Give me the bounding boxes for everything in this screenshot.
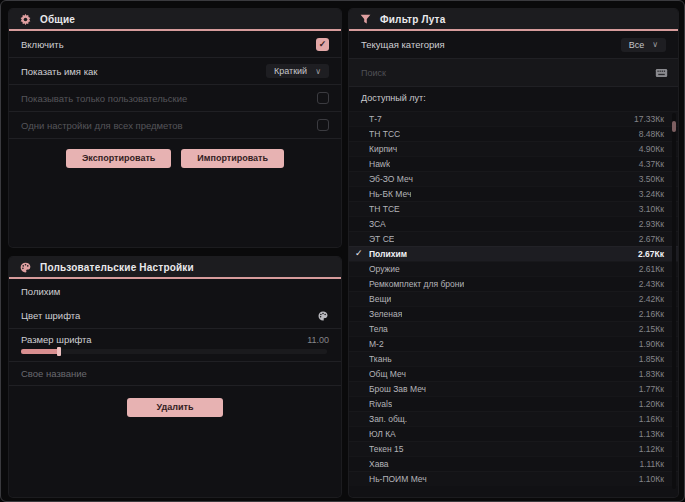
loot-item-name: Полихим xyxy=(369,249,407,259)
loot-item-value: 1.20Кк xyxy=(639,399,664,409)
loot-item-name: ЗСА xyxy=(369,219,386,229)
loot-item-value: 1.83Кк xyxy=(639,369,664,379)
loot-list-item[interactable]: ✓Т-717.33Кк xyxy=(349,111,678,126)
loot-item-name: Зап. общ. xyxy=(369,414,407,424)
loot-list-item[interactable]: ✓Кирпич4.90Кк xyxy=(349,141,678,156)
loot-item-name: Вещи xyxy=(369,294,391,304)
loot-item-name: Зеленая xyxy=(369,309,402,319)
loot-list-item[interactable]: ✓Оружие2.61Кк xyxy=(349,261,678,276)
custom-only-checkbox[interactable] xyxy=(317,92,329,104)
slider-handle[interactable] xyxy=(57,347,61,356)
setting-enable-row: Включить ✓ xyxy=(9,31,341,58)
loot-list-item[interactable]: ✓Полихим2.67Кк xyxy=(349,246,678,261)
loot-list-item[interactable]: ✓ЭТ СЕ2.67Кк xyxy=(349,231,678,246)
font-size-label: Размер шрифта xyxy=(21,334,92,345)
loot-list-item[interactable]: ✓ЗСА2.93Кк xyxy=(349,216,678,231)
panel-user-settings-title: Пользовательские Настройки xyxy=(40,262,194,273)
loot-list-item[interactable]: ✓Общ Меч1.83Кк xyxy=(349,366,678,381)
panel-loot-filter-header: Фильтр Лута xyxy=(349,9,678,31)
loot-item-value: 1.77Кк xyxy=(639,384,664,394)
loot-item-value: 1.90Кк xyxy=(639,339,664,349)
loot-list-item[interactable]: ✓Нь-ПОИМ Меч1.10Кк xyxy=(349,471,678,486)
loot-list-item[interactable]: ✓ТН ТСС8.48Кк xyxy=(349,126,678,141)
loot-list-item[interactable]: ✓М-21.90Кк xyxy=(349,336,678,351)
loot-list-item[interactable]: ✓Hawk4.37Кк xyxy=(349,156,678,171)
color-palette-icon[interactable] xyxy=(316,309,329,322)
loot-list-item[interactable]: ✓Зеленая2.16Кк xyxy=(349,306,678,321)
loot-list-item[interactable]: ✓Нь-БК Меч3.24Кк xyxy=(349,186,678,201)
loot-item-name: Текен 15 xyxy=(369,444,404,454)
loot-list-item[interactable]: ✓Ремкомплект для брони2.43Кк xyxy=(349,276,678,291)
loot-list-item[interactable]: ✓ТН ТСЕ3.10Кк xyxy=(349,201,678,216)
loot-item-name: Hawk xyxy=(369,159,390,169)
font-size-value: 11.00 xyxy=(307,335,329,345)
setting-custom-only-row: Показывать только пользовательские xyxy=(9,85,341,112)
loot-item-name: Ремкомплект для брони xyxy=(369,279,464,289)
loot-list-heading: Доступный лут: xyxy=(349,87,678,107)
slider-fill xyxy=(21,349,59,354)
loot-item-name: М-2 xyxy=(369,339,384,349)
loot-item-name: Т-7 xyxy=(369,114,382,124)
loot-list-item[interactable]: ✓ЮЛ КА1.13Кк xyxy=(349,426,678,441)
loot-list-item[interactable]: ✓Эб-ЗО Меч3.50Кк xyxy=(349,171,678,186)
search-row xyxy=(349,59,678,87)
name-display-label: Показать имя как xyxy=(21,66,97,77)
loot-item-value: 1.13Кк xyxy=(639,429,664,439)
name-display-value: Краткий xyxy=(274,66,307,76)
loot-list-item[interactable]: ✓Хава1.11Кк xyxy=(349,456,678,471)
panel-user-settings-header: Пользовательские Настройки xyxy=(9,257,341,279)
loot-item-value: 2.67Кк xyxy=(639,234,664,244)
loot-list-item[interactable]: ✓Брош Зав Меч1.77Кк xyxy=(349,381,678,396)
loot-item-value: 2.61Кк xyxy=(639,264,664,274)
loot-item-name: ТН ТСЕ xyxy=(369,204,400,214)
loot-list-item[interactable]: ✓Тела2.15Кк xyxy=(349,321,678,336)
same-for-all-checkbox[interactable] xyxy=(317,119,329,131)
loot-item-value: 8.48Кк xyxy=(639,129,664,139)
search-input[interactable] xyxy=(359,67,647,79)
loot-item-value: 1.85Кк xyxy=(639,354,664,364)
loot-list-item[interactable]: ✓Вещи2.42Кк xyxy=(349,291,678,306)
palette-icon xyxy=(19,261,32,274)
import-button[interactable]: Импортировать xyxy=(181,149,284,168)
loot-item-value: 3.50Кк xyxy=(639,174,664,184)
custom-name-row xyxy=(9,362,341,386)
gear-icon xyxy=(19,13,32,26)
loot-list-item[interactable]: ✓Ткань1.85Кк xyxy=(349,351,678,366)
scrollbar-thumb[interactable] xyxy=(672,121,676,132)
loot-item-name: Хава xyxy=(369,459,389,469)
keyboard-icon[interactable] xyxy=(655,66,668,79)
category-label: Текущая категория xyxy=(361,39,445,50)
loot-item-name: Общ Меч xyxy=(369,369,406,379)
loot-list-item[interactable]: ✓Текен 151.12Кк xyxy=(349,441,678,456)
loot-item-value: 1.10Кк xyxy=(639,474,664,484)
enable-label: Включить xyxy=(21,39,64,50)
font-size-slider[interactable] xyxy=(21,349,327,354)
loot-item-name: Rivals xyxy=(369,399,392,409)
loot-list-scrollbar[interactable] xyxy=(672,113,676,489)
name-display-dropdown[interactable]: Краткий ∨ xyxy=(266,64,329,78)
category-value: Все xyxy=(629,40,645,50)
loot-item-name: Тела xyxy=(369,324,388,334)
loot-item-name: Брош Зав Меч xyxy=(369,384,426,394)
font-color-label: Цвет шрифта xyxy=(21,310,80,321)
setting-same-for-all-row: Одни настройки для всех предметов xyxy=(9,112,341,139)
loot-item-name: ТН ТСС xyxy=(369,129,400,139)
loot-item-name: Эб-ЗО Меч xyxy=(369,174,413,184)
loot-item-value: 17.33Кк xyxy=(634,114,664,124)
loot-list-item[interactable]: ✓Rivals1.20Кк xyxy=(349,396,678,411)
export-button[interactable]: Экспортировать xyxy=(66,149,171,168)
delete-button[interactable]: Удалить xyxy=(127,398,223,417)
loot-item-value: 1.11Кк xyxy=(639,459,664,469)
export-import-row: Экспортировать Импортировать xyxy=(9,139,341,176)
same-for-all-label: Одни настройки для всех предметов xyxy=(21,120,183,131)
loot-item-name: ЮЛ КА xyxy=(369,429,396,439)
loot-item-value: 3.10Кк xyxy=(639,204,664,214)
loot-item-value: 2.15Кк xyxy=(639,324,664,334)
loot-item-value: 2.42Кк xyxy=(639,294,664,304)
settings-window: Общие Включить ✓ Показать имя как Кратки… xyxy=(0,0,685,502)
custom-name-input[interactable] xyxy=(21,368,329,379)
category-dropdown[interactable]: Все ∨ xyxy=(621,38,666,52)
panel-loot-filter-title: Фильтр Лута xyxy=(380,14,445,25)
enable-checkbox[interactable]: ✓ xyxy=(316,38,329,51)
loot-list-item[interactable]: ✓Зап. общ.1.16Кк xyxy=(349,411,678,426)
